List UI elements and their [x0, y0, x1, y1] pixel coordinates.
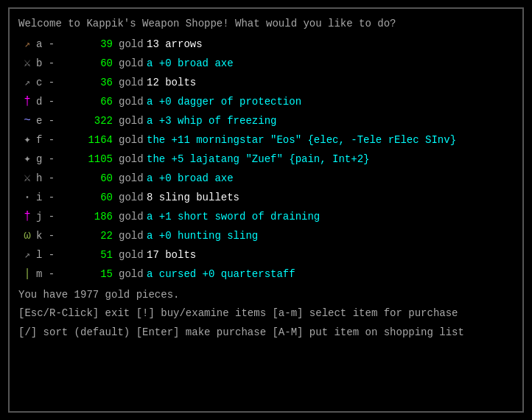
list-item[interactable]: ↗l -51gold17 bolts: [18, 246, 514, 265]
item-key: l -: [36, 248, 60, 264]
item-key: b -: [36, 56, 60, 72]
item-desc: 12 bolts: [147, 75, 196, 91]
item-price: 60: [60, 171, 119, 187]
item-key: e -: [36, 113, 60, 130]
item-key: i -: [36, 190, 60, 206]
item-icon: ⚔: [18, 55, 36, 73]
item-gold-label: gold: [119, 133, 147, 149]
list-item[interactable]: ⚔b -60golda +0 broad axe: [18, 55, 514, 74]
item-gold-label: gold: [119, 190, 147, 206]
item-desc: a +0 broad axe: [147, 56, 234, 72]
item-key: k -: [36, 228, 60, 245]
item-icon: ✦: [18, 151, 36, 169]
item-gold-label: gold: [119, 113, 147, 130]
item-gold-label: gold: [119, 267, 147, 283]
item-key: h -: [36, 171, 60, 187]
item-desc: the +11 morningstar "Eos" {elec, -Tele r…: [147, 133, 456, 149]
item-price: 60: [60, 56, 119, 72]
item-key: a -: [36, 37, 60, 53]
item-desc: a +0 broad axe: [147, 171, 234, 187]
list-item[interactable]: ✦f -1164goldthe +11 morningstar "Eos" {e…: [18, 131, 514, 150]
item-key: m -: [36, 267, 60, 283]
list-item[interactable]: †j -186golda +1 short sword of draining: [18, 208, 514, 227]
item-price: 322: [60, 113, 119, 130]
item-icon: †: [18, 94, 36, 111]
list-item[interactable]: ⚔h -60golda +0 broad axe: [18, 169, 514, 189]
item-price: 22: [60, 228, 119, 245]
list-item[interactable]: ~e -322golda +3 whip of freezing: [18, 112, 514, 131]
items-list: ↗a -39gold13 arrows⚔b -60golda +0 broad …: [18, 35, 514, 284]
footer-line: You have 1977 gold pieces.: [18, 287, 514, 304]
item-desc: 8 sling bullets: [147, 190, 239, 206]
item-price: 186: [60, 209, 119, 225]
item-gold-label: gold: [119, 248, 147, 264]
item-icon: ✦: [18, 132, 36, 150]
item-desc: 13 arrows: [147, 37, 203, 53]
item-icon: |: [18, 266, 36, 284]
item-price: 51: [60, 248, 119, 264]
item-gold-label: gold: [119, 171, 147, 187]
item-gold-label: gold: [119, 209, 147, 225]
item-gold-label: gold: [119, 37, 147, 53]
list-item[interactable]: ↗a -39gold13 arrows: [18, 35, 514, 55]
list-item[interactable]: •i -60gold8 sling bullets: [18, 189, 514, 208]
item-desc: a +0 dagger of protection: [147, 94, 301, 111]
item-key: d -: [36, 94, 60, 111]
welcome-message: Welcome to Kappik's Weapon Shoppe! What …: [18, 16, 514, 32]
item-key: c -: [36, 75, 60, 91]
item-key: g -: [36, 152, 60, 168]
list-item[interactable]: |m -15golda cursed +0 quarterstaff: [18, 265, 514, 284]
list-item[interactable]: ωk -22golda +0 hunting sling: [18, 227, 514, 246]
item-gold-label: gold: [119, 94, 147, 111]
item-gold-label: gold: [119, 75, 147, 91]
item-icon: •: [18, 189, 36, 207]
item-desc: a +0 hunting sling: [147, 228, 258, 245]
item-icon: ↗: [18, 36, 36, 54]
item-price: 15: [60, 267, 119, 283]
item-desc: a cursed +0 quarterstaff: [147, 267, 295, 283]
item-icon: ↗: [18, 247, 36, 265]
item-desc: a +1 short sword of draining: [147, 209, 320, 225]
item-desc: 17 bolts: [147, 248, 196, 264]
item-icon: ω: [18, 228, 36, 245]
item-key: f -: [36, 133, 60, 149]
footer-line: [/] sort (default) [Enter] make purchase…: [18, 325, 514, 341]
item-price: 1164: [60, 133, 119, 149]
item-gold-label: gold: [119, 228, 147, 245]
item-desc: a +3 whip of freezing: [147, 113, 276, 130]
item-icon: ↗: [18, 74, 36, 92]
item-price: 1105: [60, 152, 119, 168]
footer-line: [Esc/R-Click] exit [!] buy/examine items…: [18, 306, 514, 322]
item-price: 66: [60, 94, 119, 111]
footer-lines: You have 1977 gold pieces.[Esc/R-Click] …: [18, 287, 514, 341]
item-gold-label: gold: [119, 56, 147, 72]
item-icon: ~: [18, 113, 36, 130]
item-price: 36: [60, 75, 119, 91]
list-item[interactable]: ✦g -1105goldthe +5 lajatang "Zuef" {pain…: [18, 150, 514, 169]
game-window: Welcome to Kappik's Weapon Shoppe! What …: [8, 7, 524, 413]
item-icon: †: [18, 209, 36, 226]
item-gold-label: gold: [119, 152, 147, 168]
item-price: 39: [60, 37, 119, 53]
item-desc: the +5 lajatang "Zuef" {pain, Int+2}: [147, 152, 369, 168]
list-item[interactable]: ↗c -36gold12 bolts: [18, 74, 514, 93]
item-key: j -: [36, 209, 60, 225]
item-price: 60: [60, 190, 119, 206]
item-icon: ⚔: [18, 170, 36, 188]
list-item[interactable]: †d -66golda +0 dagger of protection: [18, 93, 514, 112]
